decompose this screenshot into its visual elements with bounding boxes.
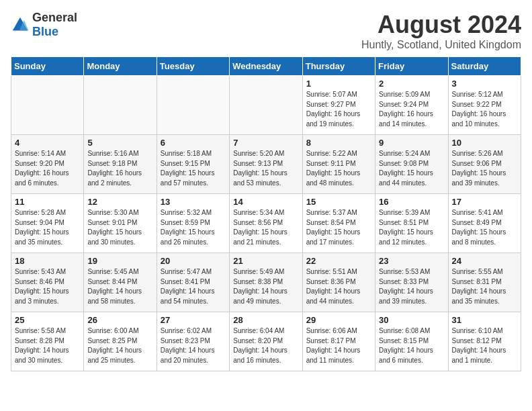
calendar-cell: 23Sunrise: 5:53 AM Sunset: 8:33 PM Dayli… [375,253,448,312]
day-info: Sunrise: 5:24 AM Sunset: 9:08 PM Dayligh… [379,149,444,188]
day-info: Sunrise: 5:22 AM Sunset: 9:11 PM Dayligh… [306,149,371,188]
calendar-cell: 28Sunrise: 6:04 AM Sunset: 8:20 PM Dayli… [230,312,302,371]
day-number: 13 [161,197,226,207]
day-info: Sunrise: 5:32 AM Sunset: 8:59 PM Dayligh… [161,208,226,247]
day-number: 4 [15,138,80,148]
day-number: 2 [379,79,444,89]
day-number: 11 [15,197,80,207]
day-info: Sunrise: 5:58 AM Sunset: 8:28 PM Dayligh… [15,326,80,365]
day-info: Sunrise: 5:41 AM Sunset: 8:49 PM Dayligh… [452,208,517,247]
calendar-cell: 9Sunrise: 5:24 AM Sunset: 9:08 PM Daylig… [375,135,448,194]
day-number: 12 [87,197,152,207]
day-info: Sunrise: 5:20 AM Sunset: 9:13 PM Dayligh… [233,149,298,188]
calendar-cell: 31Sunrise: 6:10 AM Sunset: 8:12 PM Dayli… [448,312,521,371]
day-number: 16 [379,197,444,207]
calendar-week-row: 18Sunrise: 5:43 AM Sunset: 8:46 PM Dayli… [11,253,521,312]
day-info: Sunrise: 6:10 AM Sunset: 8:12 PM Dayligh… [452,326,517,365]
calendar-cell: 1Sunrise: 5:07 AM Sunset: 9:27 PM Daylig… [302,76,375,135]
calendar-cell [157,76,229,135]
calendar-cell: 7Sunrise: 5:20 AM Sunset: 9:13 PM Daylig… [230,135,302,194]
day-header-friday: Friday [375,57,448,76]
calendar-week-row: 25Sunrise: 5:58 AM Sunset: 8:28 PM Dayli… [11,312,521,371]
day-number: 24 [452,256,517,266]
day-header-monday: Monday [84,57,157,76]
calendar-cell: 18Sunrise: 5:43 AM Sunset: 8:46 PM Dayli… [11,253,84,312]
calendar-cell: 5Sunrise: 5:16 AM Sunset: 9:18 PM Daylig… [84,135,157,194]
day-number: 9 [379,138,444,148]
calendar-cell: 26Sunrise: 6:00 AM Sunset: 8:25 PM Dayli… [84,312,157,371]
day-info: Sunrise: 5:51 AM Sunset: 8:36 PM Dayligh… [306,267,371,306]
calendar-cell: 12Sunrise: 5:30 AM Sunset: 9:01 PM Dayli… [84,194,157,253]
calendar-table: SundayMondayTuesdayWednesdayThursdayFrid… [11,56,521,371]
logo-text: General Blue [32,11,77,39]
calendar-cell: 13Sunrise: 5:32 AM Sunset: 8:59 PM Dayli… [157,194,229,253]
day-number: 7 [233,138,298,148]
day-number: 14 [233,197,298,207]
logo: General Blue [11,11,77,39]
day-header-saturday: Saturday [448,57,521,76]
day-number: 5 [87,138,152,148]
calendar-cell [11,76,84,135]
day-header-sunday: Sunday [11,57,84,76]
day-number: 3 [452,79,517,89]
day-info: Sunrise: 5:12 AM Sunset: 9:22 PM Dayligh… [452,90,517,129]
day-info: Sunrise: 5:47 AM Sunset: 8:41 PM Dayligh… [161,267,226,306]
day-info: Sunrise: 5:26 AM Sunset: 9:06 PM Dayligh… [452,149,517,188]
day-info: Sunrise: 5:53 AM Sunset: 8:33 PM Dayligh… [379,267,444,306]
day-header-thursday: Thursday [302,57,375,76]
day-number: 18 [15,256,80,266]
day-info: Sunrise: 6:02 AM Sunset: 8:23 PM Dayligh… [161,326,226,365]
day-info: Sunrise: 6:06 AM Sunset: 8:17 PM Dayligh… [306,326,371,365]
calendar-cell: 15Sunrise: 5:37 AM Sunset: 8:54 PM Dayli… [302,194,375,253]
day-number: 20 [161,256,226,266]
day-info: Sunrise: 5:09 AM Sunset: 9:24 PM Dayligh… [379,90,444,129]
day-info: Sunrise: 5:16 AM Sunset: 9:18 PM Dayligh… [87,149,152,188]
day-info: Sunrise: 5:39 AM Sunset: 8:51 PM Dayligh… [379,208,444,247]
day-header-wednesday: Wednesday [230,57,302,76]
calendar-cell: 2Sunrise: 5:09 AM Sunset: 9:24 PM Daylig… [375,76,448,135]
day-info: Sunrise: 5:37 AM Sunset: 8:54 PM Dayligh… [306,208,371,247]
calendar-cell: 3Sunrise: 5:12 AM Sunset: 9:22 PM Daylig… [448,76,521,135]
day-info: Sunrise: 5:55 AM Sunset: 8:31 PM Dayligh… [452,267,517,306]
title-area: August 2024 Huntly, Scotland, United Kin… [361,11,521,51]
day-info: Sunrise: 5:49 AM Sunset: 8:38 PM Dayligh… [233,267,298,306]
day-number: 6 [161,138,226,148]
page-header: General Blue August 2024 Huntly, Scotlan… [11,11,521,51]
day-info: Sunrise: 6:08 AM Sunset: 8:15 PM Dayligh… [379,326,444,365]
calendar-cell: 25Sunrise: 5:58 AM Sunset: 8:28 PM Dayli… [11,312,84,371]
day-number: 29 [306,315,371,325]
calendar-cell: 29Sunrise: 6:06 AM Sunset: 8:17 PM Dayli… [302,312,375,371]
month-title: August 2024 [361,11,521,39]
calendar-cell: 20Sunrise: 5:47 AM Sunset: 8:41 PM Dayli… [157,253,229,312]
calendar-cell [230,76,302,135]
day-number: 22 [306,256,371,266]
calendar-cell: 22Sunrise: 5:51 AM Sunset: 8:36 PM Dayli… [302,253,375,312]
calendar-week-row: 11Sunrise: 5:28 AM Sunset: 9:04 PM Dayli… [11,194,521,253]
calendar-cell: 19Sunrise: 5:45 AM Sunset: 8:44 PM Dayli… [84,253,157,312]
day-number: 31 [452,315,517,325]
day-number: 21 [233,256,298,266]
calendar-cell: 6Sunrise: 5:18 AM Sunset: 9:15 PM Daylig… [157,135,229,194]
logo-icon [11,15,30,34]
day-info: Sunrise: 5:43 AM Sunset: 8:46 PM Dayligh… [15,267,80,306]
day-number: 23 [379,256,444,266]
calendar-cell: 4Sunrise: 5:14 AM Sunset: 9:20 PM Daylig… [11,135,84,194]
day-info: Sunrise: 5:07 AM Sunset: 9:27 PM Dayligh… [306,90,371,129]
day-number: 10 [452,138,517,148]
calendar-cell: 24Sunrise: 5:55 AM Sunset: 8:31 PM Dayli… [448,253,521,312]
calendar-cell: 11Sunrise: 5:28 AM Sunset: 9:04 PM Dayli… [11,194,84,253]
day-info: Sunrise: 5:18 AM Sunset: 9:15 PM Dayligh… [161,149,226,188]
calendar-header-row: SundayMondayTuesdayWednesdayThursdayFrid… [11,57,521,76]
day-number: 25 [15,315,80,325]
calendar-cell: 30Sunrise: 6:08 AM Sunset: 8:15 PM Dayli… [375,312,448,371]
calendar-week-row: 1Sunrise: 5:07 AM Sunset: 9:27 PM Daylig… [11,76,521,135]
day-info: Sunrise: 5:30 AM Sunset: 9:01 PM Dayligh… [87,208,152,247]
day-info: Sunrise: 5:28 AM Sunset: 9:04 PM Dayligh… [15,208,80,247]
day-number: 1 [306,79,371,89]
day-info: Sunrise: 6:04 AM Sunset: 8:20 PM Dayligh… [233,326,298,365]
day-info: Sunrise: 6:00 AM Sunset: 8:25 PM Dayligh… [87,326,152,365]
day-number: 27 [161,315,226,325]
day-number: 15 [306,197,371,207]
day-number: 8 [306,138,371,148]
calendar-cell: 16Sunrise: 5:39 AM Sunset: 8:51 PM Dayli… [375,194,448,253]
